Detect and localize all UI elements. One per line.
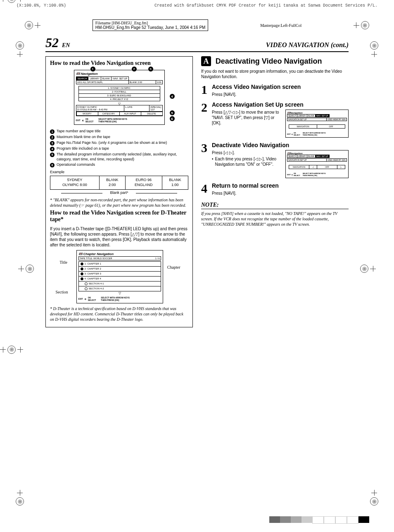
step-2: 2 Access Navigation Set Up screen Press … [201,101,349,138]
example-label: Example [50,170,188,174]
page-header: 52 EN VIDEO NAVIGATION (cont.) [45,35,349,52]
down-arrow-icon: ▽ [78,292,161,295]
nav-wheel-icon: ◐ [85,298,86,300]
mini-osd-toggle: 📼Navigation SEARCH LIBRARY BLANK NAVI. S… [285,150,349,178]
deactivate-title: Deactivating Video Navigation [216,57,322,65]
meta-right: Created with Grafikbuset CMYK PDF Creato… [154,3,377,8]
footnote-1: * "BLANK" appears for non-recorded part,… [50,197,188,208]
blank-part-label: Blank part* [50,191,188,195]
section-title: VIDEO NAVIGATION (cont.) [266,41,349,49]
example-table: SYDNEYOLYMPIC 8:00 BLANK2:00 EURO 96ENGL… [50,176,188,189]
meta-left: (X:100.0%, Y:100.0%) [17,3,66,8]
corner-mark [370,41,378,57]
side-mark [18,265,34,273]
callout-4: 4 [170,94,175,99]
masterpage: Masterpage:Left-FullCol [260,23,301,28]
header-line: HM-DH5U_Eng.fm Page 52 Tuesday, June 1, … [95,25,206,30]
section-letter: A [201,56,211,66]
top-register-mark [0,0,394,3]
step-1: 1 Access Video Navigation screen Press [… [201,83,349,97]
box-how-to-read: How to read the Video Navigation screen … [45,56,193,327]
filename: Filename [HM-DH5U_Eng.fm] [95,21,206,25]
box2-title: How to read the Video Navigation screen … [50,210,188,223]
callout-6: 6 [170,116,175,121]
box1-title: How to read the Video Navigation screen [50,60,188,67]
page-lang: EN [62,42,70,48]
box2-para: If you insert a D-Theater tape ([D-THEAT… [50,226,188,248]
doc-header: Filename [HM-DH5U_Eng.fm] HM-DH5U_Eng.fm… [25,19,369,31]
osd-navigation: 📼 Navigation SEARCH LIBRARY BLANK NAVI. … [74,70,165,125]
mini-osd-setup: 📼Navigation SEARCH LIBRARY BLANK NAVI. S… [285,110,349,138]
step-4: 4 Return to normal screen Press [NAVI]. [201,182,349,196]
footnote-2: * D-Theater is a technical specification… [50,306,188,322]
osd-chapter-nav: 📼 Chapter Navigation TAPE TITLE: WORLD S… [76,250,163,303]
bottom-register-mark [0,346,394,354]
side-mark [360,265,376,273]
page-number: 52 [45,35,59,50]
note-heading: NOTE: [201,202,349,209]
callout-5: 5 [170,110,175,115]
legend-list: 1Tape number and tape title 2Maximum bla… [50,129,188,167]
corner-mark [16,41,24,57]
nav-wheel-icon: ◐ [82,119,84,122]
note-text: If you press [NAVI] when a cassette is n… [201,211,349,227]
step-3: 3 Deactivate Video Navigation Press [◁ ▷… [201,142,349,178]
intro-text: If you do not want to store program info… [201,69,349,79]
